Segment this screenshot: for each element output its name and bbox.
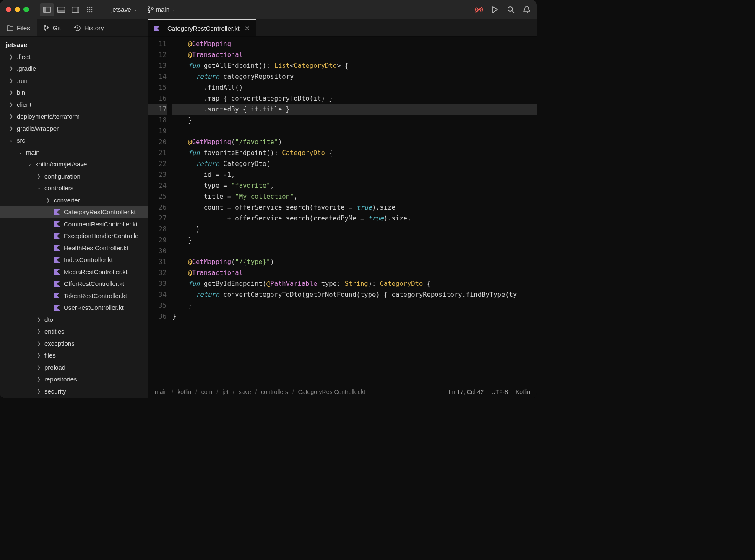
panel-bottom-icon[interactable] — [54, 3, 68, 16]
chevron-right-icon[interactable]: ❯ — [35, 365, 42, 370]
language[interactable]: Kotlin — [515, 389, 530, 395]
tree-folder[interactable]: ⌄controllers — [0, 182, 148, 194]
project-root[interactable]: jetsave — [0, 37, 148, 51]
code-line[interactable]: .sortedBy { it.title } — [172, 104, 537, 115]
tree-folder[interactable]: ❯configuration — [0, 170, 148, 182]
tree-folder[interactable]: ❯converter — [0, 194, 148, 206]
chevron-right-icon[interactable]: ❯ — [35, 341, 42, 346]
chevron-down-icon[interactable]: ⌄ — [8, 137, 14, 143]
tree-file[interactable]: MediaRestController.kt — [0, 266, 148, 278]
chevron-right-icon[interactable]: ❯ — [8, 102, 14, 107]
tree-folder[interactable]: ❯files — [0, 350, 148, 362]
close-window[interactable] — [6, 7, 11, 12]
code-line[interactable]: title = "My collection", — [172, 191, 537, 202]
encoding[interactable]: UTF-8 — [491, 389, 508, 395]
broadcast-off-icon[interactable] — [475, 5, 483, 14]
code-line[interactable]: } — [172, 311, 537, 322]
search-icon[interactable] — [507, 5, 515, 14]
code-line[interactable]: @Transactional — [172, 49, 537, 60]
chevron-right-icon[interactable]: ❯ — [35, 329, 42, 334]
tree-folder[interactable]: ⌄kotlin/com/jet/save — [0, 158, 148, 171]
code-line[interactable]: @GetMapping — [172, 39, 537, 49]
tree-folder[interactable]: ⌄src — [0, 135, 148, 147]
sidebar-tab-files[interactable]: Files — [0, 19, 37, 36]
chevron-right-icon[interactable]: ❯ — [35, 353, 42, 358]
code-line[interactable]: fun getAllEndpoint(): List<CategoryDto> … — [172, 60, 537, 71]
chevron-right-icon[interactable]: ❯ — [35, 174, 42, 179]
chevron-right-icon[interactable]: ❯ — [8, 78, 14, 83]
run-icon[interactable] — [491, 5, 499, 14]
chevron-right-icon[interactable]: ❯ — [8, 54, 14, 60]
code-line[interactable]: @GetMapping("/favorite") — [172, 137, 537, 148]
sidebar-tab-history[interactable]: History — [68, 19, 111, 36]
minimize-window[interactable] — [15, 7, 20, 12]
tree-folder[interactable]: ❯repositories — [0, 373, 148, 386]
tree-folder[interactable]: ❯.gradle — [0, 63, 148, 75]
code-line[interactable]: @Transactional — [172, 267, 537, 278]
tree-file[interactable]: ExceptionHandlerControlle — [0, 230, 148, 242]
chevron-down-icon[interactable]: ⌄ — [17, 150, 23, 155]
sidebar-tab-git[interactable]: Git — [37, 19, 68, 36]
code-line[interactable]: fun getByIdEndpoint(@PathVariable type: … — [172, 278, 537, 289]
code-line[interactable]: ) — [172, 224, 537, 235]
code-line[interactable]: id = -1, — [172, 169, 537, 180]
code-line[interactable]: fun favoriteEndpoint(): CategoryDto { — [172, 148, 537, 158]
code-area[interactable]: 1112131415161718192021222324252627282930… — [148, 37, 537, 385]
project-dropdown[interactable]: jetsave ⌄ — [108, 4, 141, 15]
code-line[interactable]: @GetMapping("/{type}") — [172, 257, 537, 267]
cursor-position[interactable]: Ln 17, Col 42 — [449, 389, 484, 395]
code-line[interactable]: return CategoryDto( — [172, 158, 537, 169]
chevron-right-icon[interactable]: ❯ — [8, 90, 14, 95]
tree-folder[interactable]: ❯deployments/terraform — [0, 111, 148, 123]
breadcrumb-item[interactable]: com — [201, 389, 212, 395]
editor-tab[interactable]: CategoryRestController.kt ✕ — [148, 19, 256, 36]
tree-folder[interactable]: ❯exceptions — [0, 337, 148, 350]
close-icon[interactable]: ✕ — [245, 25, 250, 32]
bell-icon[interactable] — [523, 5, 531, 14]
tree-folder[interactable]: ❯security — [0, 385, 148, 397]
breadcrumb[interactable]: main/kotlin/com/jet/save/controllers/Cat… — [155, 389, 365, 395]
tree-folder[interactable]: ❯dto — [0, 314, 148, 326]
chevron-right-icon[interactable]: ❯ — [8, 126, 14, 131]
chevron-right-icon[interactable]: ❯ — [35, 317, 42, 322]
tree-file[interactable]: TokenRestController.kt — [0, 290, 148, 302]
tree-file[interactable]: CommentRestController.kt — [0, 218, 148, 230]
tree-folder[interactable]: ❯bin — [0, 87, 148, 99]
code-line[interactable] — [172, 126, 537, 137]
tree-folder[interactable]: ❯preload — [0, 361, 148, 373]
tree-file[interactable]: IndexController.kt — [0, 254, 148, 266]
code-line[interactable]: return categoryRepository — [172, 71, 537, 82]
maximize-window[interactable] — [23, 7, 29, 12]
chevron-right-icon[interactable]: ❯ — [35, 376, 42, 382]
tree-folder[interactable]: ❯.run — [0, 75, 148, 87]
breadcrumb-item[interactable]: kotlin — [177, 389, 191, 395]
code[interactable]: @GetMapping @Transactional fun getAllEnd… — [172, 39, 537, 385]
tree-folder[interactable]: ❯.fleet — [0, 51, 148, 63]
tree-file[interactable]: UserRestController.kt — [0, 302, 148, 314]
breadcrumb-item[interactable]: main — [155, 389, 167, 395]
chevron-right-icon[interactable]: ❯ — [35, 389, 42, 394]
chevron-right-icon[interactable]: ❯ — [8, 66, 14, 71]
tree-folder[interactable]: ❯gradle/wrapper — [0, 122, 148, 135]
code-line[interactable]: return convertCategoryToDto(getOrNotFoun… — [172, 289, 537, 300]
chevron-right-icon[interactable]: ❯ — [8, 114, 14, 119]
code-line[interactable]: } — [172, 300, 537, 311]
code-line[interactable]: + offerService.search(createdByMe = true… — [172, 213, 537, 224]
grid-icon[interactable] — [83, 3, 97, 16]
tree-file[interactable]: HealthRestController.kt — [0, 242, 148, 254]
code-line[interactable]: count = offerService.search(favorite = t… — [172, 202, 537, 213]
code-line[interactable]: } — [172, 115, 537, 126]
code-line[interactable]: type = "favorite", — [172, 180, 537, 191]
branch-dropdown[interactable]: main ⌄ — [144, 4, 180, 15]
chevron-down-icon[interactable]: ⌄ — [35, 185, 42, 191]
code-line[interactable]: .map { convertCategoryToDto(it) } — [172, 93, 537, 104]
breadcrumb-item[interactable]: controllers — [261, 389, 288, 395]
code-line[interactable]: } — [172, 235, 537, 246]
code-line[interactable] — [172, 246, 537, 257]
chevron-down-icon[interactable]: ⌄ — [26, 161, 33, 167]
tree-file[interactable]: CategoryRestController.kt — [0, 206, 148, 218]
chevron-right-icon[interactable]: ❯ — [44, 197, 51, 203]
panel-right-icon[interactable] — [68, 3, 83, 16]
breadcrumb-item[interactable]: CategoryRestController.kt — [298, 389, 365, 395]
code-line[interactable]: .findAll() — [172, 82, 537, 93]
